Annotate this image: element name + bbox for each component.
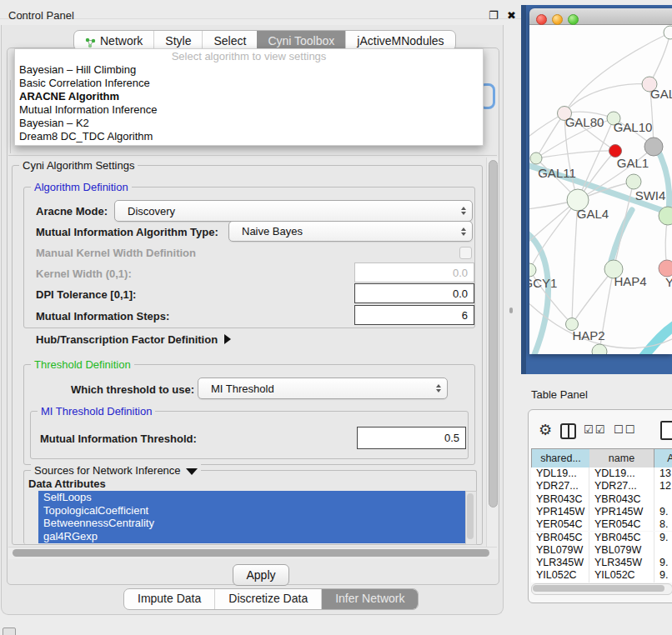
table-cell[interactable]: YDL19...: [589, 468, 654, 480]
dpi-tolerance-field[interactable]: 0.0: [354, 283, 474, 303]
table-cell[interactable]: 9.: [654, 569, 672, 582]
table-cell[interactable]: [654, 493, 672, 506]
network-edge[interactable]: [564, 32, 670, 113]
table-row[interactable]: YLR345WYLR345W9.: [531, 557, 672, 569]
table-cell[interactable]: 9.: [654, 557, 672, 569]
table-cell[interactable]: YER054C: [589, 518, 654, 531]
columns-icon[interactable]: [560, 423, 576, 439]
dropdown-item-bayesian-hill-climbing[interactable]: Bayesian – Hill Climbing: [15, 63, 483, 77]
scrollbar-thumb[interactable]: [489, 160, 498, 508]
tab-style[interactable]: Style: [153, 31, 202, 50]
table-cell[interactable]: YIL052C: [589, 569, 654, 582]
scrollbar-thumb[interactable]: [467, 493, 474, 539]
list-scrollbar[interactable]: [465, 491, 477, 545]
mi-threshold-field[interactable]: 0.5: [357, 427, 466, 449]
table-cell[interactable]: 9.: [654, 506, 672, 518]
minimized-panel-icon[interactable]: [3, 628, 16, 635]
tab-network[interactable]: Network: [74, 31, 153, 50]
network-edge[interactable]: [529, 230, 548, 354]
table-cell[interactable]: 12: [654, 480, 672, 492]
tab-impute-data[interactable]: Impute Data: [124, 589, 214, 609]
tab-select[interactable]: Select: [202, 31, 257, 50]
settings-vertical-scrollbar[interactable]: [486, 158, 498, 558]
network-edge[interactable]: [536, 113, 564, 158]
network-node[interactable]: [664, 26, 672, 39]
close-traffic-light-icon[interactable]: [536, 14, 547, 25]
table-cell[interactable]: YLR345W: [589, 557, 654, 569]
splitter-handle[interactable]: [509, 308, 513, 313]
table-row[interactable]: YBL079WYBL079W: [531, 544, 672, 557]
table-cell[interactable]: YBR043C: [531, 493, 589, 506]
network-node-gal11[interactable]: [530, 152, 542, 164]
table-cell[interactable]: [654, 544, 672, 557]
table-row[interactable]: YIL052CYIL052C9.: [531, 569, 672, 582]
network-edge[interactable]: [572, 269, 614, 324]
attribute-item-selfloops[interactable]: SelfLoops: [38, 491, 465, 504]
mi-type-select[interactable]: Naive Bayes: [228, 221, 473, 242]
column-header-a[interactable]: A: [654, 448, 672, 468]
table-row[interactable]: YER054CYER054C8.: [531, 518, 672, 531]
network-window-titlebar[interactable]: [529, 8, 672, 25]
attribute-item-topologicalcoefficient[interactable]: TopologicalCoefficient: [38, 504, 465, 518]
table-cell[interactable]: 8.: [654, 518, 672, 531]
manual-kernel-checkbox[interactable]: [459, 247, 472, 259]
table-horizontal-scrollbar[interactable]: [531, 583, 672, 595]
network-edge[interactable]: [649, 32, 670, 84]
minimize-traffic-light-icon[interactable]: [552, 14, 563, 25]
deselect-all-checkboxes-icon[interactable]: ☐☐: [614, 423, 636, 436]
mi-steps-field[interactable]: 6: [354, 305, 474, 325]
tab-jactivemnodules[interactable]: jActiveMNodules: [345, 31, 454, 50]
table-row[interactable]: YDL19...YDL19...13: [531, 468, 672, 480]
attribute-item-betweennesscentrality[interactable]: BetweennessCentrality: [38, 517, 465, 530]
network-edge[interactable]: [536, 151, 615, 158]
table-cell[interactable]: YBL079W: [531, 544, 589, 557]
table-row[interactable]: YPR145WYPR145W9.: [531, 506, 672, 518]
network-node-y[interactable]: [659, 260, 672, 277]
network-edge[interactable]: [564, 84, 649, 113]
which-threshold-select[interactable]: MI Threshold: [198, 378, 448, 399]
close-panel-icon[interactable]: ✖: [507, 9, 516, 22]
table-cell[interactable]: YLR345W: [531, 557, 589, 569]
float-panel-icon[interactable]: ❐: [489, 9, 499, 22]
tab-infer-network[interactable]: Infer Network: [321, 589, 418, 609]
table-cell[interactable]: YER054C: [531, 518, 589, 531]
table-cell[interactable]: YDR27...: [589, 480, 654, 492]
network-node-gcy1[interactable]: [529, 263, 536, 277]
table-cell[interactable]: YBL079W: [589, 544, 654, 557]
table-cell[interactable]: YPR145W: [531, 506, 589, 518]
new-table-icon[interactable]: [660, 421, 672, 440]
scrollbar-thumb[interactable]: [533, 585, 664, 592]
network-canvas[interactable]: GALGAL80GAL10GAL11GAL1SWI4GAL4GCY1HAP4YH…: [529, 25, 672, 354]
table-cell[interactable]: YBR045C: [531, 532, 589, 544]
table-cell[interactable]: YDR27...: [531, 480, 589, 492]
gear-icon[interactable]: ⚙: [539, 421, 552, 439]
tab-discretize-data[interactable]: Discretize Data: [214, 589, 321, 609]
dropdown-item-aracne-algorithm[interactable]: ARACNE Algorithm: [15, 90, 483, 103]
collapse-arrow-icon[interactable]: [186, 468, 198, 475]
settings-horizontal-scrollbar[interactable]: [8, 547, 497, 559]
network-edge[interactable]: [655, 145, 669, 216]
hub-definition-expander[interactable]: Hub/Transcription Factor Definition: [36, 333, 231, 346]
network-view-window[interactable]: GALGAL80GAL10GAL11GAL1SWI4GAL4GCY1HAP4YH…: [529, 8, 672, 354]
tab-cyni-toolbox[interactable]: Cyni Toolbox: [257, 31, 345, 50]
table-cell[interactable]: 13: [654, 468, 672, 480]
table-cell[interactable]: YIL052C: [531, 569, 589, 582]
apply-button[interactable]: Apply: [233, 564, 289, 586]
dropdown-item-basic-correlation-inference[interactable]: Basic Correlation Inference: [15, 77, 483, 90]
scrollbar-thumb[interactable]: [13, 549, 489, 557]
network-graph[interactable]: GALGAL80GAL10GAL11GAL1SWI4GAL4GCY1HAP4YH…: [529, 25, 672, 354]
table-cell[interactable]: YPR145W: [589, 506, 654, 518]
network-node[interactable]: [644, 138, 663, 156]
network-edge[interactable]: [644, 325, 672, 354]
column-header-shared-[interactable]: shared...: [531, 448, 590, 468]
table-row[interactable]: YDR27...YDR27...12: [531, 480, 672, 492]
select-all-checkboxes-icon[interactable]: ☑☑: [584, 423, 606, 436]
column-header-name[interactable]: name: [589, 448, 654, 468]
table-row[interactable]: YBR045CYBR045C9.: [531, 532, 672, 544]
aracne-mode-select[interactable]: Discovery: [114, 200, 473, 222]
network-node-gal1[interactable]: [626, 174, 641, 189]
table-cell[interactable]: YBR045C: [589, 532, 654, 544]
zoom-traffic-light-icon[interactable]: [568, 14, 579, 25]
attribute-item-gal4rgexp[interactable]: gal4RGexp: [38, 530, 465, 543]
table-cell[interactable]: 9.: [654, 532, 672, 544]
